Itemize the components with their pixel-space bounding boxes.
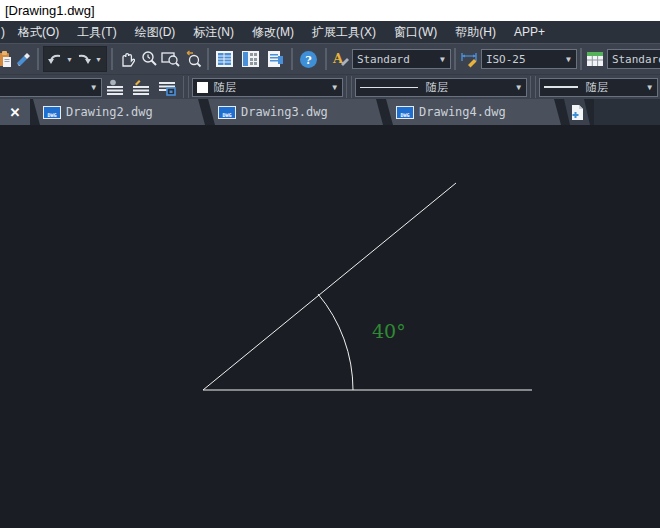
- tool-palettes-icon[interactable]: [238, 47, 264, 71]
- chevron-down-icon[interactable]: ▼: [89, 83, 98, 92]
- svg-text:?: ?: [306, 53, 312, 66]
- dwg-file-icon: DWG: [396, 106, 414, 119]
- table-style-icon[interactable]: [585, 47, 607, 71]
- linetype-sample: [360, 87, 418, 88]
- document-tab-bar: ✕ DWG Drawing2.dwg DWG Drawing3.dwg DWG …: [0, 99, 660, 125]
- menu-item-dimension[interactable]: 标注(N): [184, 21, 243, 43]
- angle-drawing: 40°: [0, 125, 660, 528]
- chevron-down-icon[interactable]: ▼: [330, 83, 339, 92]
- sheet-set-icon[interactable]: [264, 47, 288, 71]
- layer-states-icon[interactable]: [128, 75, 154, 99]
- text-style-icon[interactable]: A: [330, 47, 352, 71]
- menu-item-partial[interactable]: ): [1, 25, 9, 39]
- color-swatch: [197, 82, 208, 93]
- zoom-window-icon[interactable]: [160, 47, 182, 71]
- close-document-button[interactable]: ✕: [0, 99, 30, 125]
- toolbar-separator: [37, 48, 39, 70]
- text-style-value: Standard: [357, 53, 410, 66]
- menu-item-window[interactable]: 窗口(W): [385, 21, 446, 43]
- menu-item-express-tools[interactable]: 扩展工具(X): [303, 21, 385, 43]
- close-icon: ✕: [10, 105, 21, 120]
- chevron-down-icon[interactable]: ▼: [564, 55, 573, 64]
- undo-icon[interactable]: [46, 47, 64, 71]
- chevron-down-icon[interactable]: ▼: [645, 83, 654, 92]
- tab-bar-spacer: [594, 99, 660, 125]
- color-value: 随层: [214, 80, 236, 95]
- tab-label: Drawing4.dwg: [419, 105, 506, 119]
- linetype-value: 随层: [426, 80, 448, 95]
- zoom-realtime-icon[interactable]: [138, 47, 160, 71]
- dim-style-value: ISO-25: [486, 53, 526, 66]
- undo-redo-group: ▼ ▼: [43, 46, 107, 72]
- paste-icon[interactable]: [0, 47, 12, 71]
- table-style-value: Standard: [612, 53, 660, 66]
- toolbar-separator: [291, 48, 293, 70]
- toolbar-separator: [325, 48, 327, 70]
- dwg-file-icon: DWG: [43, 106, 61, 119]
- tab-label: Drawing2.dwg: [66, 105, 153, 119]
- tab-label: Drawing3.dwg: [241, 105, 328, 119]
- text-style-combobox[interactable]: Standard ▼: [352, 49, 451, 69]
- layer-properties-icon[interactable]: [102, 75, 128, 99]
- angle-dimension-label: 40°: [372, 320, 406, 342]
- chevron-down-icon[interactable]: ▼: [514, 83, 523, 92]
- color-combobox[interactable]: 随层 ▼: [192, 78, 343, 97]
- undo-dropdown-icon[interactable]: ▼: [64, 56, 75, 63]
- drawing-canvas[interactable]: 40°: [0, 125, 660, 528]
- title-bar: [Drawing1.dwg]: [0, 0, 660, 21]
- toolbar-separator: [530, 76, 536, 98]
- redo-dropdown-icon[interactable]: ▼: [93, 56, 104, 63]
- menu-item-format[interactable]: 格式(O): [9, 21, 68, 43]
- toolbar-separator: [183, 76, 189, 98]
- new-drawing-button[interactable]: [564, 99, 590, 125]
- toolbar-standard: ▼ ▼ ?: [0, 43, 660, 74]
- menu-item-app-plus[interactable]: APP+: [505, 21, 554, 43]
- menu-bar: ) 格式(O) 工具(T) 绘图(D) 标注(N) 修改(M) 扩展工具(X) …: [0, 21, 660, 43]
- menu-item-modify[interactable]: 修改(M): [243, 21, 303, 43]
- properties-palette-icon[interactable]: [212, 47, 238, 71]
- tab-drawing4[interactable]: DWG Drawing4.dwg: [386, 99, 561, 125]
- dim-style-icon[interactable]: [459, 47, 481, 71]
- pan-icon[interactable]: [116, 47, 138, 71]
- dwg-file-icon: DWG: [218, 106, 236, 119]
- zoom-previous-icon[interactable]: [182, 47, 204, 71]
- format-painter-icon[interactable]: [12, 47, 34, 71]
- window-title: [Drawing1.dwg]: [5, 3, 95, 18]
- dim-style-combobox[interactable]: ISO-25 ▼: [481, 49, 577, 69]
- menu-item-help[interactable]: 帮助(H): [446, 21, 505, 43]
- help-icon[interactable]: ?: [296, 47, 322, 71]
- toolbar-separator: [111, 48, 113, 70]
- menu-item-draw[interactable]: 绘图(D): [126, 21, 185, 43]
- linetype-combobox[interactable]: 随层 ▼: [355, 78, 527, 97]
- diagonal-line: [203, 183, 456, 390]
- toolbar-separator: [454, 48, 456, 70]
- tab-drawing2[interactable]: DWG Drawing2.dwg: [33, 99, 205, 125]
- application-window: [Drawing1.dwg] ) 格式(O) 工具(T) 绘图(D) 标注(N)…: [0, 0, 660, 528]
- angle-arc: [318, 294, 353, 390]
- new-file-icon: [570, 104, 585, 121]
- redo-icon[interactable]: [75, 47, 93, 71]
- make-layer-current-icon[interactable]: [154, 75, 180, 99]
- toolbar-separator: [580, 48, 582, 70]
- lineweight-combobox[interactable]: 随层 ▼: [539, 78, 658, 97]
- lineweight-value: 随层: [586, 80, 608, 95]
- lineweight-sample: [544, 86, 578, 88]
- toolbar-layers-properties: ▼ 随层 ▼ 随层 ▼ 随层 ▼: [0, 74, 660, 99]
- table-style-combobox[interactable]: Standard ▼: [607, 49, 660, 69]
- chevron-down-icon[interactable]: ▼: [438, 55, 447, 64]
- tab-drawing3[interactable]: DWG Drawing3.dwg: [208, 99, 383, 125]
- menu-item-tools[interactable]: 工具(T): [68, 21, 125, 43]
- toolbar-separator: [207, 48, 209, 70]
- toolbar-separator: [346, 76, 352, 98]
- layer-combobox[interactable]: ▼: [0, 78, 102, 97]
